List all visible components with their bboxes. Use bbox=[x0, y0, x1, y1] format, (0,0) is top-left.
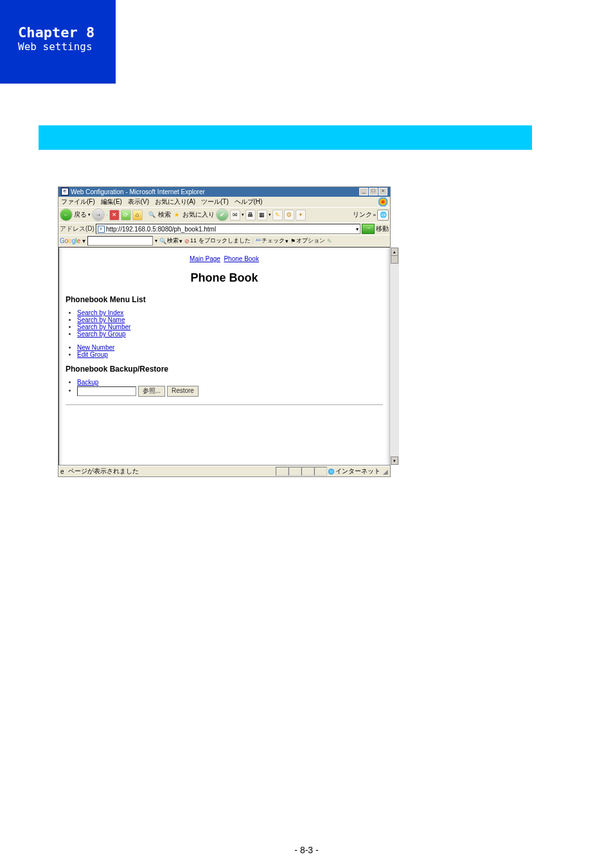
address-label: アドレス(D) bbox=[60, 224, 94, 233]
back-button[interactable]: ← bbox=[60, 208, 73, 221]
status-pane bbox=[276, 467, 289, 476]
google-options-button[interactable]: ⚑オプション bbox=[290, 237, 325, 245]
menu-edit[interactable]: 編集(E) bbox=[101, 198, 122, 205]
abc-check-icon: ᴬᴮ bbox=[256, 238, 261, 244]
google-search-input[interactable] bbox=[87, 236, 153, 246]
list-item: Backup bbox=[77, 379, 383, 386]
browse-button[interactable]: 参照... bbox=[138, 386, 165, 397]
menu-view[interactable]: 表示(V) bbox=[128, 198, 149, 205]
page-title: Phone Book bbox=[66, 271, 383, 285]
search-icon: 🔍 bbox=[148, 210, 157, 220]
search-by-number-link[interactable]: Search by Number bbox=[77, 323, 130, 330]
google-search-dropdown-icon[interactable]: ▾ bbox=[155, 238, 157, 244]
backup-link[interactable]: Backup bbox=[77, 379, 98, 386]
list-item: Edit Group bbox=[77, 351, 383, 358]
edit-button[interactable]: ▦ bbox=[257, 210, 267, 221]
new-number-link[interactable]: New Number bbox=[77, 344, 114, 351]
scroll-down-button[interactable]: ▾ bbox=[391, 457, 398, 465]
windows-logo-icon bbox=[378, 197, 387, 206]
throbber-icon: 🌐 bbox=[377, 210, 389, 221]
google-toolbar: Google ▾ ▾ 🔍検索 ▾ ⊘11 をブロックしました | ᴬᴮチェック … bbox=[58, 235, 390, 247]
status-page-icon: e bbox=[60, 468, 67, 475]
list-item: Search by Number bbox=[77, 323, 383, 330]
phonebook-menu-heading: Phonebook Menu List bbox=[66, 295, 383, 304]
mail-button[interactable]: ✉ bbox=[230, 210, 240, 221]
messenger-button[interactable]: ✦ bbox=[296, 210, 306, 221]
list-item: 参照... Restore bbox=[77, 386, 383, 397]
ie-address-bar: アドレス(D) e http://192.168.0.5:8080/ph_boo… bbox=[58, 222, 390, 235]
breadcrumb-main-link[interactable]: Main Page bbox=[190, 255, 220, 262]
restore-button[interactable]: Restore bbox=[167, 386, 199, 397]
menu-file[interactable]: ファイル(F) bbox=[61, 198, 95, 205]
stop-button[interactable]: ✕ bbox=[109, 210, 120, 221]
list-item: Search by Group bbox=[77, 330, 383, 338]
status-pane bbox=[314, 467, 327, 476]
doc-sidebar-header: Chapter 8 Web settings bbox=[0, 0, 116, 84]
status-panes: インターネット ◢ bbox=[276, 467, 388, 476]
home-button[interactable]: ⌂ bbox=[132, 210, 143, 221]
google-autolink-button[interactable]: ✎ bbox=[327, 238, 332, 244]
menu-help[interactable]: ヘルプ(H) bbox=[235, 198, 263, 205]
back-dropdown-icon[interactable]: ▾ bbox=[88, 212, 91, 217]
print-button[interactable]: 🖶 bbox=[245, 210, 256, 221]
breadcrumb-phonebook-link[interactable]: Phone Book bbox=[224, 255, 259, 262]
discuss-button[interactable]: ✎ bbox=[272, 210, 283, 221]
chapter-title: Chapter 8 bbox=[0, 0, 116, 41]
restore-file-input[interactable] bbox=[77, 386, 136, 396]
back-label: 戻る bbox=[74, 210, 87, 219]
research-button[interactable]: ❂ bbox=[284, 210, 294, 221]
menu-favorites[interactable]: お気に入り(A) bbox=[155, 198, 195, 205]
page-number: - 8-3 - bbox=[0, 845, 613, 855]
ie-content-area: Main Page Phone Book Phone Book Phoneboo… bbox=[58, 247, 390, 466]
status-zone[interactable]: インターネット bbox=[327, 467, 382, 476]
search-by-group-link[interactable]: Search by Group bbox=[77, 330, 126, 338]
list-item: Search by Name bbox=[77, 316, 383, 323]
content-scrollbar[interactable]: ▴ ▾ bbox=[389, 248, 399, 465]
phonebook-action-list: New Number Edit Group bbox=[77, 344, 383, 358]
close-button[interactable]: × bbox=[378, 188, 387, 195]
google-popup-blocker[interactable]: ⊘11 をブロックしました bbox=[184, 237, 251, 245]
forward-button[interactable]: → bbox=[92, 208, 105, 221]
links-label[interactable]: リンク bbox=[353, 210, 372, 219]
popup-block-icon: ⊘ bbox=[184, 238, 190, 244]
section-bar bbox=[39, 125, 532, 150]
content-divider bbox=[66, 404, 383, 405]
go-button[interactable]: → bbox=[362, 224, 375, 234]
search-by-index-link[interactable]: Search by Index bbox=[77, 309, 123, 316]
google-search-icon: 🔍 bbox=[159, 238, 166, 244]
edit-group-link[interactable]: Edit Group bbox=[77, 351, 108, 358]
ie-menubar: ファイル(F) 編集(E) 表示(V) お気に入り(A) ツール(T) ヘルプ(… bbox=[58, 197, 390, 207]
search-by-name-link[interactable]: Search by Name bbox=[77, 316, 125, 323]
favorites-button-label[interactable]: お気に入り bbox=[182, 210, 215, 219]
ie-window: e Web Configuration - Microsoft Internet… bbox=[58, 186, 391, 477]
mail-dropdown-icon[interactable]: ▾ bbox=[242, 212, 244, 217]
google-search-button[interactable]: 🔍検索 ▾ bbox=[159, 237, 182, 245]
google-logo[interactable]: Google ▾ bbox=[60, 237, 85, 244]
minimize-button[interactable]: _ bbox=[359, 188, 368, 195]
ie-toolbar: ← 戻る ▾ → · ✕ ⟳ ⌂ 🔍 検索 ★ お気に入り ✔ ✉ ▾ 🖶 ▦ … bbox=[58, 207, 390, 222]
scroll-thumb[interactable] bbox=[391, 255, 398, 264]
search-button-label[interactable]: 検索 bbox=[158, 210, 171, 219]
chapter-subtitle: Web settings bbox=[0, 41, 116, 53]
list-item: New Number bbox=[77, 344, 383, 351]
backup-restore-list: Backup 参照... Restore bbox=[77, 379, 383, 397]
options-icon: ⚑ bbox=[290, 238, 296, 244]
status-pane bbox=[289, 467, 301, 476]
links-expand-icon[interactable]: » bbox=[373, 212, 376, 218]
maximize-button[interactable]: □ bbox=[369, 188, 378, 195]
ie-statusbar: e ページが表示されました インターネット ◢ bbox=[58, 466, 390, 476]
address-dropdown-icon[interactable]: ▾ bbox=[356, 226, 359, 232]
go-label: 移動 bbox=[376, 224, 389, 233]
refresh-button[interactable]: ⟳ bbox=[121, 210, 131, 221]
status-text: ページが表示されました bbox=[68, 467, 139, 476]
internet-zone-icon bbox=[328, 469, 334, 475]
phonebook-menu-list: Search by Index Search by Name Search by… bbox=[77, 309, 383, 338]
ie-title-icon: e bbox=[61, 188, 69, 195]
breadcrumb: Main Page Phone Book bbox=[66, 255, 383, 262]
edit-dropdown-icon[interactable]: ▾ bbox=[269, 212, 271, 217]
google-check-button[interactable]: ᴬᴮチェック ▾ bbox=[256, 237, 289, 245]
address-input[interactable]: e http://192.168.0.5:8080/ph_book1.html … bbox=[96, 224, 360, 234]
menu-tools[interactable]: ツール(T) bbox=[201, 198, 229, 205]
history-button[interactable]: ✔ bbox=[216, 208, 229, 221]
resize-grip-icon[interactable]: ◢ bbox=[382, 468, 388, 475]
